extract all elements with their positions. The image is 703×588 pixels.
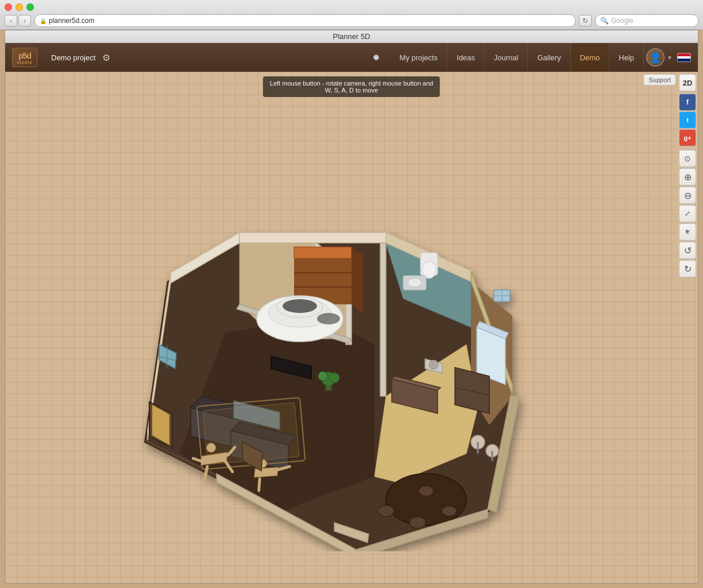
- camera-icon: ⊙: [684, 154, 691, 163]
- zoom-in-button[interactable]: ⊕: [679, 168, 696, 185]
- window-title: Planner 5D: [333, 32, 370, 41]
- svg-marker-17: [352, 247, 363, 313]
- zoom-out-button[interactable]: ⊖: [679, 187, 696, 204]
- ssl-icon: 🔒: [40, 18, 47, 24]
- title-bar: Planner 5D: [5, 30, 698, 43]
- support-label: Support: [648, 76, 671, 83]
- nav-help[interactable]: Help: [609, 43, 644, 72]
- svg-point-66: [386, 474, 466, 525]
- svg-point-59: [429, 360, 438, 369]
- redo-button[interactable]: ↻: [679, 260, 696, 277]
- brand-logo: p5d studio: [12, 48, 37, 67]
- units-button[interactable]: ft': [679, 223, 696, 241]
- social-buttons: f t g+: [679, 94, 696, 146]
- svg-point-23: [283, 299, 317, 313]
- units-label: ft': [686, 229, 690, 235]
- googleplus-button[interactable]: g+: [679, 129, 696, 146]
- svg-point-28: [408, 278, 422, 287]
- browser-toolbar: ‹ › 🔒 planner5d.com ↻ 🔍 Google: [5, 14, 698, 27]
- zoom-in-icon: ⊕: [684, 172, 692, 183]
- forward-button[interactable]: ›: [18, 15, 31, 26]
- twitter-button[interactable]: t: [679, 111, 696, 129]
- mode-2d-button[interactable]: 2D: [679, 74, 696, 91]
- nav-buttons: ‹ ›: [5, 15, 31, 26]
- minimize-button[interactable]: [16, 3, 23, 11]
- svg-point-70: [419, 486, 434, 496]
- svg-marker-15: [294, 247, 352, 258]
- support-button[interactable]: Support: [643, 74, 676, 86]
- back-button[interactable]: ‹: [5, 15, 17, 26]
- facebook-button[interactable]: f: [679, 94, 696, 111]
- camera-button[interactable]: ⊙: [679, 150, 696, 167]
- brand-p5: p5d: [18, 51, 31, 60]
- floor-plan[interactable]: [99, 121, 558, 551]
- nav-gallery[interactable]: Gallery: [528, 43, 570, 72]
- svg-point-24: [317, 313, 340, 324]
- maximize-button[interactable]: [26, 3, 34, 11]
- svg-point-67: [378, 505, 394, 517]
- search-bar[interactable]: 🔍 Google: [595, 14, 698, 27]
- close-button[interactable]: [5, 3, 12, 11]
- mode-2d-label: 2D: [683, 79, 693, 87]
- nav-demo[interactable]: Demo: [571, 43, 610, 72]
- svg-marker-13: [380, 243, 386, 396]
- undo-icon: ↺: [684, 245, 692, 256]
- url-text: planner5d.com: [49, 17, 94, 25]
- svg-marker-60: [455, 368, 489, 413]
- svg-marker-7: [240, 233, 386, 243]
- redo-icon: ↻: [684, 264, 692, 274]
- nav-items: My projects Ideas Journal Gallery Demo H…: [391, 43, 644, 72]
- app-window: Planner 5D p5d studio Demo project ⚙ My …: [5, 30, 698, 583]
- undo-button[interactable]: ↺: [679, 242, 696, 259]
- os-chrome: ‹ › 🔒 planner5d.com ↻ 🔍 Google: [0, 0, 703, 30]
- brand-studio: studio: [17, 60, 33, 64]
- project-name[interactable]: Demo project: [47, 51, 100, 64]
- right-toolbar: 2D f t g+ ⊙ ⊕ ⊖ ⤢ ft': [677, 72, 698, 280]
- user-menu-arrow[interactable]: ▼: [667, 55, 673, 61]
- fullscreen-button[interactable]: ⤢: [679, 205, 696, 222]
- floor-plan-svg: [99, 121, 558, 551]
- settings-button[interactable]: ⚙: [100, 50, 113, 65]
- window-controls: [5, 3, 698, 11]
- svg-point-53: [318, 372, 327, 381]
- nav-ideas[interactable]: Ideas: [447, 43, 485, 72]
- reload-button[interactable]: ↻: [579, 15, 592, 26]
- svg-point-69: [442, 506, 457, 516]
- search-placeholder: Google: [611, 17, 634, 25]
- main-content: Left mouse button - rotate camera, right…: [5, 72, 698, 583]
- address-bar[interactable]: 🔒 planner5d.com: [34, 14, 575, 27]
- nav-my-projects[interactable]: My projects: [391, 43, 447, 72]
- zoom-out-icon: ⊖: [684, 190, 692, 201]
- nav-journal[interactable]: Journal: [485, 43, 528, 72]
- fullscreen-icon: ⤢: [685, 210, 690, 218]
- svg-point-54: [329, 373, 339, 383]
- language-flag[interactable]: [677, 53, 691, 62]
- brand: p5d studio: [12, 48, 37, 67]
- svg-point-68: [410, 517, 426, 528]
- search-icon: 🔍: [600, 17, 609, 25]
- app-navbar: p5d studio Demo project ⚙ My projects Id…: [5, 43, 698, 72]
- user-avatar[interactable]: 👤: [646, 48, 665, 67]
- status-dot: [373, 55, 379, 60]
